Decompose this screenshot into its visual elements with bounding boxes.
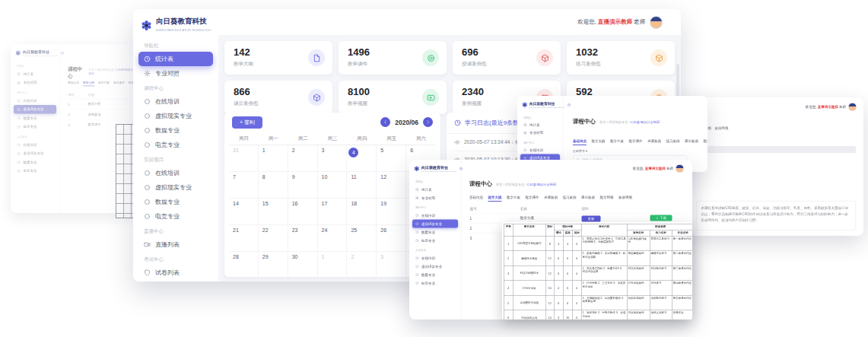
sidebar-item[interactable]: 电竞专业 — [138, 209, 213, 224]
sidebar-item[interactable]: 在线培训 — [138, 94, 213, 109]
sidebar-item[interactable]: 虚拟现实专业 — [14, 105, 56, 114]
sidebar-item[interactable]: 数媒专业 — [412, 228, 458, 237]
signin-button[interactable]: + 签到 — [232, 116, 262, 129]
sidebar-item[interactable]: 试卷列表 — [138, 265, 213, 280]
sidebar-item[interactable]: 在线培训 — [412, 211, 458, 220]
calendar-day[interactable]: 3 — [377, 252, 406, 277]
calendar-day[interactable]: 18 — [347, 199, 377, 225]
calendar-day[interactable]: 9 — [288, 172, 318, 199]
calendar-day[interactable]: 12 — [377, 172, 406, 199]
user-avatar[interactable] — [650, 16, 663, 29]
sidebar-item[interactable]: 在线培训 — [520, 146, 560, 154]
tab-1[interactable]: 基础信息 — [469, 195, 483, 202]
table-row: 2课程标准 — [68, 110, 136, 120]
sidebar-item[interactable]: 电竞专业 — [14, 167, 56, 176]
sidebar-item[interactable]: 电竞专业 — [138, 138, 213, 152]
collapse-sidebar-icon[interactable] — [567, 103, 571, 107]
calendar-day[interactable]: 26 — [377, 225, 406, 252]
calendar-day[interactable]: 2 — [288, 145, 318, 172]
tab-5[interactable]: 授课案例 — [647, 138, 661, 145]
sidebar-item[interactable]: 数媒专业 — [138, 123, 213, 138]
tab-2[interactable]: 教学大纲 — [83, 81, 94, 87]
sidebar-item[interactable]: 数媒专业 — [138, 195, 213, 209]
calendar-next-button[interactable] — [423, 117, 433, 127]
sidebar-item[interactable]: 虚拟现实专业 — [412, 262, 458, 271]
sidebar-item[interactable]: 电竞专业 — [412, 279, 458, 288]
sidebar-item[interactable]: 在线培训 — [412, 254, 458, 262]
sidebar-item[interactable]: 我的考试 — [138, 280, 213, 281]
calendar-day[interactable]: 5 — [377, 145, 406, 172]
calendar-day[interactable]: 15 — [259, 199, 288, 225]
sidebar-item[interactable]: 数媒专业 — [14, 114, 56, 123]
tab-8[interactable]: 教学视频 — [704, 138, 708, 145]
chapter-filter-dropdown[interactable]: 全部章节 ▾ — [573, 149, 587, 154]
tab-1[interactable]: 基础信息 — [68, 81, 79, 87]
tab-3[interactable]: 教学方案 — [507, 195, 520, 202]
sidebar-item[interactable]: 虚拟现实专业 — [412, 220, 458, 228]
calendar-day[interactable]: 1 — [318, 252, 348, 277]
tab-8[interactable]: 教学视频 — [600, 195, 614, 202]
sidebar-item[interactable]: 电竞专业 — [14, 122, 56, 132]
user-avatar[interactable] — [848, 103, 857, 111]
tab-6[interactable]: 练习案例 — [666, 138, 680, 145]
sidebar-item[interactable]: 专业对照 — [520, 129, 560, 138]
calendar-day[interactable]: 2 — [347, 252, 377, 277]
tab-3[interactable]: 教学方案 — [610, 138, 624, 145]
sidebar-item[interactable]: 虚拟现实专业 — [14, 149, 56, 158]
calendar-day[interactable]: 22 — [259, 225, 288, 252]
sidebar-item[interactable]: 统计表 — [412, 186, 458, 194]
sidebar-item[interactable]: 统计表 — [14, 70, 56, 79]
calendar-day[interactable]: 17 — [318, 199, 348, 225]
sidebar-item[interactable]: 专业对照 — [138, 66, 213, 81]
sidebar-item[interactable]: 数媒专业 — [14, 158, 56, 167]
tab-9[interactable]: 案例视频 — [618, 195, 632, 202]
tab-4[interactable]: 教学课件 — [629, 138, 643, 145]
tab-5[interactable]: 授课案例 — [544, 195, 558, 202]
calendar-day[interactable]: 10 — [318, 172, 348, 199]
calendar-day[interactable]: 14 — [229, 199, 259, 225]
calendar-day[interactable]: 30 — [288, 252, 318, 277]
collapse-sidebar-icon[interactable] — [459, 167, 463, 171]
sidebar-item[interactable]: 专业对照 — [412, 194, 458, 202]
view-button[interactable]: 查看 — [582, 215, 601, 221]
sidebar-item[interactable]: 专业对照 — [14, 78, 56, 87]
tab-2[interactable]: 教学大纲 — [488, 195, 502, 202]
sidebar-item[interactable]: 直播列表 — [138, 237, 213, 252]
sidebar-item[interactable]: 虚拟现实专业 — [138, 109, 213, 123]
calendar-day[interactable]: 23 — [288, 225, 318, 252]
tab-7[interactable]: 课后案例 — [581, 195, 595, 202]
sidebar-item[interactable]: 数媒专业 — [412, 271, 458, 279]
calendar-day[interactable]: 7 — [229, 172, 259, 199]
syllabus-row: 5运动图形与动画126601、关键帧动画 2、运动图形模块 3、效果器应用动画表… — [504, 295, 692, 310]
download-button[interactable]: 下载 — [650, 215, 672, 221]
sidebar-item[interactable]: 虚拟现实专业 — [138, 180, 213, 195]
tab-3[interactable]: 教学方案 — [98, 81, 110, 87]
user-avatar[interactable] — [676, 164, 684, 173]
tab-2[interactable]: 教学大纲 — [592, 138, 606, 145]
calendar-day[interactable]: 1 — [259, 145, 288, 172]
tab-1[interactable]: 基础信息 — [573, 138, 587, 145]
calendar-day[interactable]: 24 — [318, 225, 348, 252]
calendar-day[interactable]: 29 — [259, 252, 288, 277]
calendar-day[interactable]: 28 — [229, 252, 259, 277]
sidebar-item[interactable]: 在线培训 — [14, 141, 56, 150]
tab-4[interactable]: 教学课件 — [113, 81, 125, 87]
sidebar-item[interactable]: 在线培训 — [138, 166, 213, 180]
calendar-day[interactable]: 3 — [318, 145, 348, 172]
sidebar-item[interactable]: 统计表 — [138, 52, 213, 66]
calendar-prev-button[interactable] — [380, 117, 390, 127]
calendar-day[interactable]: 21 — [229, 225, 259, 252]
tab-7[interactable]: 课后案例 — [685, 138, 698, 145]
calendar-day[interactable]: 31 — [229, 145, 259, 172]
calendar-day[interactable]: 4 — [347, 145, 377, 172]
calendar-day[interactable]: 11 — [347, 172, 377, 199]
calendar-day[interactable]: 16 — [288, 199, 318, 225]
sidebar-item[interactable]: 在线培训 — [14, 97, 56, 106]
calendar-day[interactable]: 8 — [259, 172, 288, 199]
tab-6[interactable]: 练习案例 — [563, 195, 577, 202]
tab-4[interactable]: 教学课件 — [526, 195, 539, 202]
sidebar-item[interactable]: 电竞专业 — [412, 237, 458, 245]
calendar-day[interactable]: 19 — [377, 199, 406, 225]
calendar-day[interactable]: 25 — [347, 225, 377, 252]
sidebar-item[interactable]: 统计表 — [520, 121, 560, 129]
